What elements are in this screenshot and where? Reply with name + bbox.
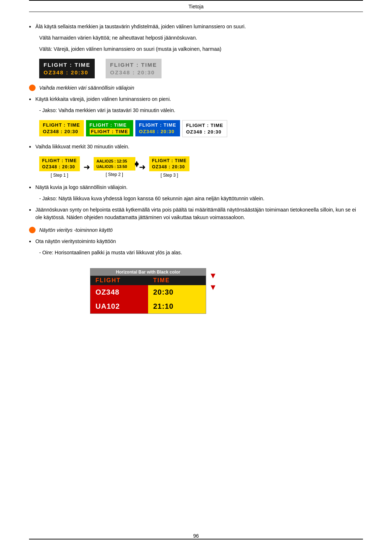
bullet-text-3: Vaihda liikkuvat merkit 30 minuutin väle… — [36, 143, 363, 151]
bullet-dot-3: • — [29, 144, 31, 150]
step1-row2: OZ348 : 20:30 — [42, 164, 77, 169]
bottom-border — [29, 539, 363, 539]
indent-block-2: Vältä: Värejä, joiden välinen luminanssi… — [39, 45, 363, 53]
step-2-item: AALIO25 : 12:35 UALIO25 : 13:50 ▲ ▼ [ St… — [94, 157, 135, 177]
bullet-item-4: • Näytä kuvia ja logo säännöllisin välia… — [29, 184, 363, 191]
step1-row1: FLIGHT : TIME — [42, 158, 77, 163]
bullet-text-4: Näytä kuvia ja logo säännöllisin väliajo… — [36, 184, 363, 191]
gray-display-row1: FLIGHT : TIME — [110, 62, 157, 68]
dark-display-row1: FLIGHT : TIME — [44, 62, 90, 68]
arrow-right-1: ➜ — [83, 163, 90, 172]
orange-text-2: Näytön vieritys -toiminnon käyttö — [39, 226, 113, 234]
blue-row1: FLIGHT : TIME — [139, 122, 176, 128]
dark-display-row2: OZ348 : 20:30 — [44, 69, 90, 75]
bullet-item-3: • Vaihda liikkuvat merkit 30 minuutin vä… — [29, 143, 363, 151]
page-header: Tietoja — [29, 4, 363, 12]
scroll-display: Horizontal Bar with Black color FLIGHT T… — [90, 268, 206, 314]
indent-block-3: - Jakso: Vaihda merkkien väri ja tastavä… — [39, 107, 363, 114]
orange-circle-2 — [29, 227, 36, 233]
yellow-row1: FLIGHT : TIME — [43, 122, 80, 128]
bullet-text-6: Ota näytön vieritystoiminto käyttöön — [36, 238, 363, 245]
step-3-display: FLIGHT : TIME OZ348 : 20:30 — [149, 156, 190, 171]
step-1-item: FLIGHT : TIME OZ348 : 20:30 [ Step 1 ] — [39, 156, 80, 178]
indent-block-1: Vältä harmaiden värien käyttöä; ne aiheu… — [39, 34, 363, 42]
step2-row2: UALIO25 : 13:50 — [97, 164, 132, 169]
scroll-indicator-down: ▼ — [133, 161, 140, 169]
step-2-label: [ Step 2 ] — [106, 172, 123, 177]
step-3-item: FLIGHT : TIME OZ348 : 20:30 [ Step 3 ] — [149, 156, 190, 178]
page-footer: 96 — [29, 530, 363, 539]
flight-display-yellow: FLIGHT : TIME OZ348 : 20:30 — [39, 120, 84, 136]
bullet-dot-4: • — [29, 184, 31, 191]
bullet-item-2: • Käytä kirkkaita värejä, joiden välinen… — [29, 95, 363, 103]
bullet-dot-1: • — [29, 24, 31, 30]
orange-circle-1 — [29, 85, 36, 91]
top-border — [29, 0, 363, 1]
step2-row1: AALIO25 : 12:35 — [97, 159, 132, 163]
step-2-display: AALIO25 : 12:35 UALIO25 : 13:50 ▲ ▼ — [94, 157, 135, 171]
flight-display-white: FLIGHT : TIME OZ348 : 20:30 — [182, 120, 228, 137]
yellow-row2: OZ348 : 20:30 — [43, 129, 80, 134]
page-number: 96 — [193, 533, 199, 539]
color-cycle-row: FLIGHT : TIME OZ348 : 20:30 FLIGHT : TIM… — [39, 120, 363, 137]
bullet-item-1: • Älä käytä sellaista merkkien ja tausta… — [29, 23, 363, 30]
scroll-display-section: Horizontal Bar with Black color FLIGHT T… — [80, 262, 363, 320]
scroll-arrow-down-1: ▼ — [209, 271, 217, 280]
bullet-item-5: • Jäännöskuvan synty on helpointa estää … — [29, 206, 363, 221]
content-area: • Älä käytä sellaista merkkien ja tausta… — [29, 19, 363, 523]
page-container: Tietoja • Älä käytä sellaista merkkien j… — [0, 0, 392, 554]
indent-block-4: - Jakso: Näytä liikkuva kuva yhdessä log… — [39, 195, 363, 202]
step-row: FLIGHT : TIME OZ348 : 20:30 [ Step 1 ] ➜… — [39, 156, 363, 178]
scroll-flight-header: FLIGHT — [90, 276, 148, 285]
orange-text-1: Vaihda merkkien väri säännöllisin väliaj… — [39, 84, 134, 92]
step-1-display: FLIGHT : TIME OZ348 : 20:30 — [39, 156, 80, 171]
step-1-label: [ Step 1 ] — [51, 173, 68, 178]
bullet-dot-2: • — [29, 96, 31, 103]
scroll-row2-flight: UA102 — [90, 299, 148, 313]
display-row-1: FLIGHT : TIME OZ348 : 20:30 FLIGHT : TIM… — [39, 59, 363, 78]
scroll-row1-flight: OZ348 — [90, 285, 148, 299]
scroll-row-1: OZ348 20:30 — [90, 285, 206, 299]
bullet-text-1: Älä käytä sellaista merkkien ja taustavä… — [36, 23, 363, 30]
step3-row2: OZ348 : 20:30 — [152, 164, 187, 169]
scroll-arrows: ▼ ▼ — [209, 262, 217, 292]
indent-block-5: - Oire: Horisontaalinen palkki ja musta … — [39, 249, 363, 257]
header-title: Tietoja — [188, 4, 204, 9]
step3-row1: FLIGHT : TIME — [152, 158, 187, 163]
scroll-row1-time: 20:30 — [148, 285, 206, 299]
flight-display-gray: FLIGHT : TIME OZ348 : 20:30 — [106, 59, 161, 78]
scroll-col-headers: FLIGHT TIME — [90, 276, 206, 285]
orange-heading-2: Näytön vieritys -toiminnon käyttö — [29, 226, 363, 234]
scroll-row-2: UA102 21:10 — [90, 299, 206, 313]
gray-display-row2: OZ348 : 20:30 — [110, 69, 157, 75]
scroll-time-header: TIME — [148, 276, 206, 285]
flight-display-green: FLIGHT : TIME FLIGHT : TIME — [86, 120, 134, 136]
white-row2: OZ348 : 20:30 — [186, 129, 224, 135]
bullet-dot-6: • — [29, 238, 31, 245]
step-3-label: [ Step 3 ] — [160, 173, 178, 178]
bullet-item-6: • Ota näytön vieritystoiminto käyttöön — [29, 238, 363, 245]
flight-display-blue: FLIGHT : TIME OZ348 : 20:30 — [135, 120, 180, 136]
scroll-header: Horizontal Bar with Black color — [90, 268, 206, 276]
green-row1: FLIGHT : TIME — [90, 122, 130, 128]
scroll-header-text: Horizontal Bar with Black color — [116, 270, 180, 275]
green-row2: FLIGHT : TIME — [90, 129, 130, 134]
green-row2-inner: FLIGHT : TIME — [90, 128, 130, 135]
scroll-row2-time: 21:10 — [148, 299, 206, 313]
flight-display-dark: FLIGHT : TIME OZ348 : 20:30 — [39, 59, 95, 78]
bullet-text-2: Käytä kirkkaita värejä, joiden välinen l… — [36, 95, 363, 103]
orange-heading-1: Vaihda merkkien väri säännöllisin väliaj… — [29, 84, 363, 92]
white-row1: FLIGHT : TIME — [186, 123, 224, 128]
scroll-arrow-down-2: ▼ — [209, 283, 217, 292]
bullet-dot-5: • — [29, 207, 31, 213]
bullet-text-5: Jäännöskuvan synty on helpointa estää ky… — [36, 206, 363, 221]
blue-row2: OZ348 : 20:30 — [139, 129, 176, 134]
